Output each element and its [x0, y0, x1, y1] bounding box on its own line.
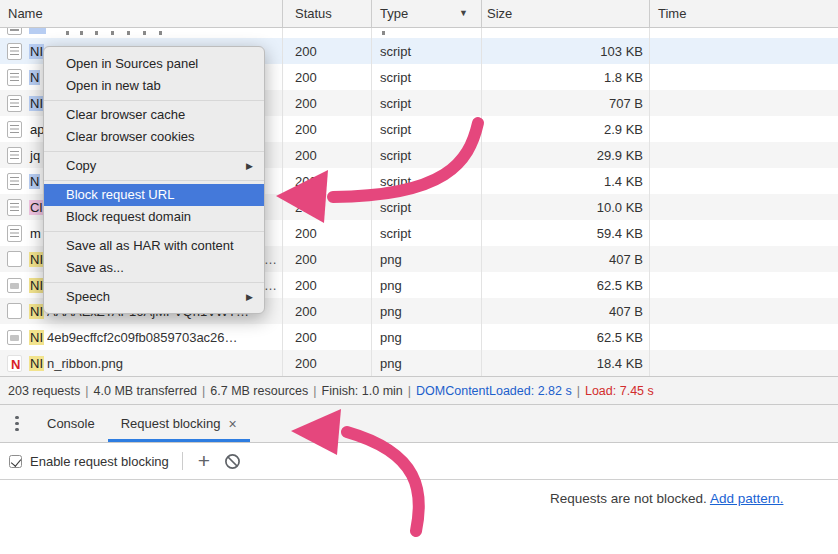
cell-size: 18.4 KB: [482, 350, 650, 376]
name-highlight: NI: [29, 356, 44, 371]
cell-size: 59.4 KB: [482, 220, 650, 246]
cell-size: 62.5 KB: [482, 324, 650, 350]
script-file-icon: [7, 28, 22, 35]
name-highlight: NI: [29, 304, 44, 319]
cell-status: 200: [283, 142, 372, 168]
cell-status: 200: [283, 246, 372, 272]
kebab-menu-icon[interactable]: [0, 405, 34, 442]
script-file-icon: [7, 69, 22, 86]
cell-type: png: [372, 246, 482, 272]
enable-request-blocking-checkbox[interactable]: [9, 455, 22, 468]
cell-type: png: [372, 272, 482, 298]
cell-time: [650, 350, 838, 376]
cell-type: script: [372, 220, 482, 246]
netflix-file-icon: [7, 355, 22, 372]
menu-item-clear-browser-cookies[interactable]: Clear browser cookies: [44, 126, 264, 148]
submenu-arrow-icon: ▶: [246, 155, 253, 177]
sort-descending-icon: ▼: [459, 9, 468, 18]
script-file-icon: [7, 173, 22, 190]
network-summary-bar: 203 requests|4.0 MB transferred|6.7 MB r…: [0, 376, 838, 405]
summary-segment: Finish: 1.0 min: [322, 384, 403, 398]
cell-type: png: [372, 324, 482, 350]
cell-status: 200: [283, 194, 372, 220]
drawer-tab-bar: Console Request blocking ×: [0, 405, 838, 443]
remove-all-patterns-icon[interactable]: [224, 453, 241, 470]
menu-item-block-request-domain[interactable]: Block request domain: [44, 206, 264, 228]
cell-size: 62.5 KB: [482, 272, 650, 298]
enable-request-blocking-label: Enable request blocking: [30, 454, 169, 469]
name-text: n_ribbon.png: [47, 356, 123, 371]
cell-size: 1.8 KB: [482, 64, 650, 90]
cell-type: script: [372, 64, 482, 90]
tab-request-blocking[interactable]: Request blocking ×: [108, 405, 250, 442]
script-file-icon: [7, 147, 22, 164]
column-header-size[interactable]: Size: [482, 0, 650, 27]
submenu-arrow-icon: ▶: [246, 286, 253, 308]
table-row[interactable]: NI 4eb9ecffcf2c09fb0859703ac26… 200 png …: [0, 324, 838, 350]
cell-status: 200: [283, 168, 372, 194]
script-file-icon: [7, 121, 22, 138]
tab-console[interactable]: Console: [34, 405, 108, 442]
cell-time: [650, 116, 838, 142]
request-blocking-toolbar: Enable request blocking +: [0, 443, 838, 480]
cell-time: [650, 64, 838, 90]
blank-file-icon: [7, 303, 22, 319]
name-highlight: Cl: [29, 200, 43, 215]
cell-type: script: [372, 194, 482, 220]
cell-size: 407 B: [482, 246, 650, 272]
add-pattern-link[interactable]: Add pattern.: [710, 491, 784, 506]
menu-item-block-request-url[interactable]: Block request URL: [44, 184, 264, 206]
column-header-status[interactable]: Status: [283, 0, 372, 27]
cell-status: 200: [283, 350, 372, 376]
table-row[interactable]: NI n_ribbon.png 200 png 18.4 KB: [0, 350, 838, 376]
cell-status: 200: [283, 38, 372, 64]
cell-type: script: [372, 116, 482, 142]
menu-item-speech[interactable]: Speech ▶: [44, 286, 264, 308]
blank-file-icon: [7, 251, 22, 267]
cell-time: [650, 142, 838, 168]
highlight-fragment: [29, 28, 46, 34]
cell-size: 10.0 KB: [482, 194, 650, 220]
name-text: 4eb9ecffcf2c09fb0859703ac26…: [47, 330, 238, 345]
image-file-icon: [7, 278, 22, 293]
cell-type: script: [372, 90, 482, 116]
script-file-icon: [7, 225, 22, 242]
name-highlight: NI: [29, 44, 44, 59]
cell-time: [650, 90, 838, 116]
menu-item-copy[interactable]: Copy ▶: [44, 155, 264, 177]
menu-separator: [44, 282, 264, 283]
cell-status: 200: [283, 272, 372, 298]
name-highlight: NI: [29, 330, 44, 345]
summary-segment: 4.0 MB transferred: [94, 384, 198, 398]
menu-item-save-all-as-har-with-content[interactable]: Save all as HAR with content: [44, 235, 264, 257]
menu-item-clear-browser-cache[interactable]: Clear browser cache: [44, 104, 264, 126]
cell-status: 200: [283, 90, 372, 116]
script-file-icon: [7, 95, 22, 112]
close-icon[interactable]: ×: [228, 417, 236, 431]
summary-separator: |: [577, 384, 580, 398]
image-file-icon: [7, 330, 22, 345]
summary-segment: Load: 7.45 s: [585, 384, 654, 398]
context-menu: Open in Sources panel Open in new tab Cl…: [43, 46, 265, 314]
cell-size: 29.9 KB: [482, 142, 650, 168]
column-header-name[interactable]: Name: [0, 0, 283, 27]
cell-status: 200: [283, 324, 372, 350]
column-header-time[interactable]: Time: [650, 0, 838, 27]
summary-segment: 6.7 MB resources: [210, 384, 308, 398]
cell-time: [650, 298, 838, 324]
cell-time: [650, 272, 838, 298]
menu-item-open-in-sources-panel[interactable]: Open in Sources panel: [44, 53, 264, 75]
name-highlight: N: [29, 70, 40, 85]
summary-separator: |: [408, 384, 411, 398]
partial-row: [0, 28, 838, 38]
menu-item-save-as[interactable]: Save as...: [44, 257, 264, 279]
cell-size: 707 B: [482, 90, 650, 116]
add-pattern-plus-icon[interactable]: +: [198, 450, 210, 471]
column-header-type[interactable]: Type▼: [372, 0, 482, 27]
cell-size: 2.9 KB: [482, 116, 650, 142]
summary-segment: DOMContentLoaded: 2.82 s: [416, 384, 572, 398]
cell-type: script: [372, 168, 482, 194]
menu-separator: [44, 180, 264, 181]
empty-state-message: Requests are not blocked. Add pattern.: [550, 491, 783, 506]
menu-item-open-in-new-tab[interactable]: Open in new tab: [44, 75, 264, 97]
